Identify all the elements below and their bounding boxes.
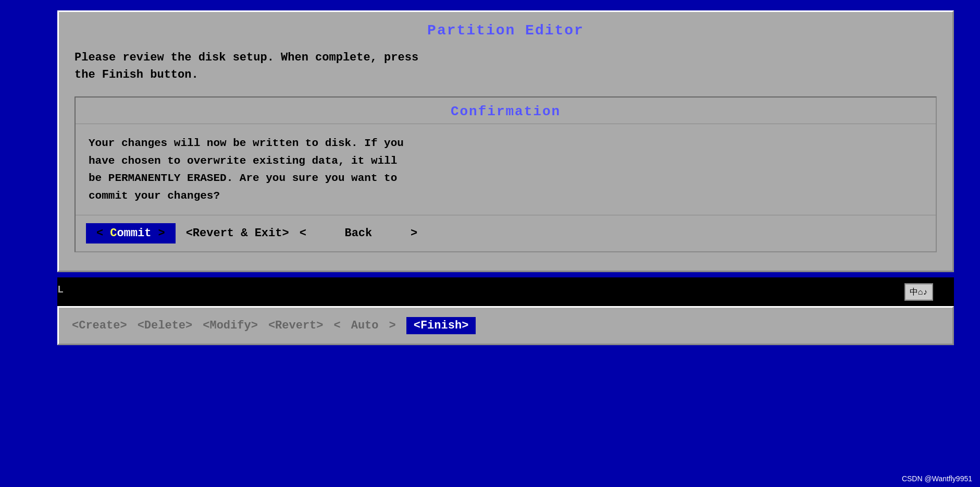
instructions-text: Please review the disk setup. When compl… <box>75 49 937 83</box>
create-button[interactable]: <Create> <box>72 319 127 332</box>
auto-button[interactable]: Auto <box>351 319 379 332</box>
confirmation-buttons-row: < Commit > <Revert & Exit> < Back > <box>76 215 936 251</box>
auto-right-arrow: > <box>389 319 396 332</box>
confirmation-title: Confirmation <box>76 98 936 124</box>
back-right-arrow: > <box>411 227 417 240</box>
commit-right-arrow: > <box>158 227 165 240</box>
revert-button[interactable]: <Revert> <box>268 319 324 332</box>
black-bar-area: L 中⌂♪ <box>57 277 954 306</box>
black-bar <box>57 277 954 306</box>
commit-button[interactable]: < Commit > <box>86 223 176 244</box>
confirmation-text: Your changes will now be written to disk… <box>89 135 923 204</box>
system-tray: 中⌂♪ <box>904 283 933 300</box>
modify-button[interactable]: <Modify> <box>203 319 258 332</box>
revert-exit-button[interactable]: <Revert & Exit> <box>186 227 289 240</box>
finish-button[interactable]: <Finish> <box>406 317 476 334</box>
bottom-buttons-bar: <Create> <Delete> <Modify> <Revert> < Au… <box>57 306 954 345</box>
auto-left-arrow: < <box>334 319 341 332</box>
commit-left-arrow: < <box>96 227 103 240</box>
watermark: CSDN @Wantfly9951 <box>902 474 972 483</box>
confirmation-dialog: Confirmation Your changes will now be wr… <box>75 96 937 252</box>
back-left-arrow: < <box>300 227 306 240</box>
main-panel: Partition Editor Please review the disk … <box>57 10 954 272</box>
l-label: L <box>57 284 64 296</box>
confirmation-body: Your changes will now be written to disk… <box>76 124 936 215</box>
panel-title: Partition Editor <box>75 22 937 39</box>
commit-label: Commit <box>106 226 155 241</box>
delete-button[interactable]: <Delete> <box>138 319 193 332</box>
back-button[interactable]: Back <box>317 227 400 240</box>
